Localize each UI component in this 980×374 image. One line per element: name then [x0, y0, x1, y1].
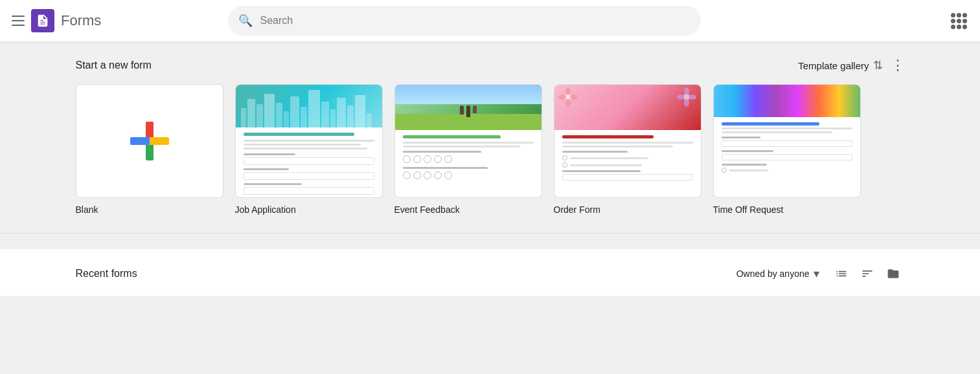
search-bar: 🔍 — [228, 6, 701, 36]
blank-thumbnail — [76, 84, 223, 198]
svg-point-11 — [684, 99, 689, 107]
recent-controls: Owned by anyone ▾ — [736, 262, 905, 285]
template-card-time-off-request[interactable]: Time Off Request — [713, 84, 861, 215]
template-gallery-label: Template gallery — [798, 60, 869, 71]
template-card-job-application[interactable]: Job Application — [235, 84, 383, 215]
svg-point-8 — [570, 94, 578, 100]
search-input[interactable] — [260, 15, 690, 27]
recent-header: Recent forms Owned by anyone ▾ — [50, 249, 931, 296]
new-form-section: Start a new form Template gallery ⇅ ⋮ — [50, 57, 931, 215]
recent-forms-title: Recent forms — [76, 268, 137, 280]
owned-by-dropdown[interactable]: Owned by anyone ▾ — [736, 267, 819, 281]
template-label-blank: Blank — [76, 204, 98, 215]
recent-section: Recent forms Owned by anyone ▾ — [0, 249, 980, 296]
templates-row: Blank — [76, 84, 905, 215]
svg-point-10 — [684, 87, 689, 95]
template-card-order-form[interactable]: Order Form — [554, 84, 701, 215]
app-header: Forms 🔍 — [0, 0, 980, 41]
section-title: Start a new form — [76, 60, 152, 71]
svg-point-12 — [677, 94, 685, 100]
view-icons — [830, 262, 905, 285]
svg-rect-3 — [130, 137, 150, 145]
template-label-job-application: Job Application — [235, 204, 296, 215]
section-header: Start a new form Template gallery ⇅ ⋮ — [76, 57, 905, 74]
dropdown-arrow-icon: ▾ — [814, 267, 819, 281]
sort-icon — [861, 267, 874, 280]
plus-icon-wrapper — [126, 118, 173, 164]
order-form-thumbnail — [554, 84, 701, 198]
svg-point-13 — [689, 94, 696, 100]
app-logo — [31, 9, 54, 32]
chevron-updown-icon: ⇅ — [873, 58, 883, 72]
template-gallery-button[interactable]: Template gallery ⇅ — [798, 58, 882, 72]
svg-point-7 — [558, 94, 566, 100]
search-icon: 🔍 — [238, 14, 253, 28]
sort-button[interactable] — [856, 262, 879, 285]
hamburger-menu-icon[interactable] — [10, 13, 26, 28]
list-view-button[interactable] — [830, 262, 853, 285]
template-card-blank[interactable]: Blank — [76, 84, 223, 215]
owned-by-label: Owned by anyone — [736, 269, 810, 279]
template-label-order-form: Order Form — [554, 204, 600, 215]
app-name-label: Forms — [61, 12, 101, 29]
folder-button[interactable] — [882, 262, 905, 285]
template-label-event-feedback: Event Feedback — [394, 204, 460, 215]
plus-icon — [128, 119, 172, 163]
template-card-event-feedback[interactable]: Event Feedback — [394, 84, 542, 215]
google-apps-icon[interactable] — [948, 10, 970, 32]
job-application-thumbnail — [235, 84, 383, 198]
svg-point-5 — [565, 87, 571, 95]
more-options-icon[interactable]: ⋮ — [891, 57, 905, 74]
event-feedback-thumbnail — [394, 84, 542, 198]
list-view-icon — [835, 267, 848, 280]
svg-point-6 — [565, 99, 571, 107]
section-divider — [0, 233, 980, 234]
folder-icon — [887, 267, 900, 280]
main-content: Start a new form Template gallery ⇅ ⋮ — [0, 41, 980, 249]
template-label-time-off-request: Time Off Request — [713, 204, 784, 215]
time-off-request-thumbnail — [713, 84, 861, 198]
